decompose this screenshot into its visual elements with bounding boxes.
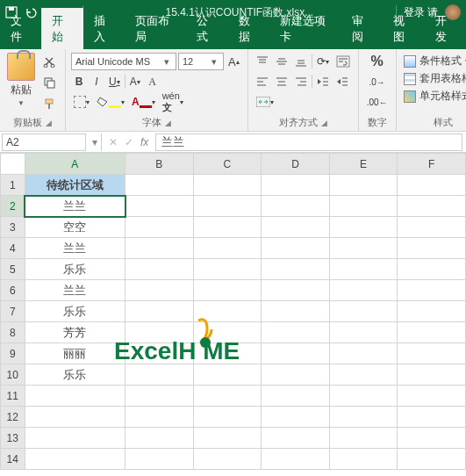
svg-rect-6 bbox=[46, 99, 53, 104]
col-header-C[interactable]: C bbox=[193, 154, 262, 175]
styles-label: 样式 bbox=[434, 116, 453, 129]
cell[interactable]: 乐乐 bbox=[25, 301, 125, 322]
window-title: 15.4.1认识COUNTIF函数.xlsx... bbox=[90, 5, 389, 20]
name-box-dropdown-icon[interactable]: ▾ bbox=[88, 133, 102, 151]
cell[interactable]: 兰兰 bbox=[25, 280, 125, 301]
phonetic-icon[interactable]: A bbox=[145, 73, 161, 90]
col-header-D[interactable]: D bbox=[262, 154, 330, 175]
cell-styles-button[interactable]: 单元格样式▾ bbox=[402, 88, 466, 105]
font-launcher-icon[interactable]: ◢ bbox=[165, 119, 171, 127]
group-styles: 条件格式▾ 套用表格格式 单元格样式▾ 样式 bbox=[397, 49, 466, 131]
row-header[interactable]: 13 bbox=[1, 428, 25, 449]
group-font: Arial Unicode MS▾ 12▾ A▴ B I U ▾ A▾ A ▾ … bbox=[66, 49, 248, 131]
tab-dev[interactable]: 开发 bbox=[425, 8, 466, 49]
align-launcher-icon[interactable]: ◢ bbox=[321, 119, 327, 127]
increase-decimal-icon[interactable]: .0→ bbox=[366, 73, 387, 90]
name-box[interactable]: A2 bbox=[2, 133, 86, 151]
align-right-icon[interactable] bbox=[292, 73, 310, 90]
font-name-combo[interactable]: Arial Unicode MS▾ bbox=[71, 53, 176, 70]
col-header-E[interactable]: E bbox=[329, 154, 398, 175]
ribbon: 粘贴 ▼ 剪贴板◢ Arial Unicode MS▾ 12▾ A▴ B I U… bbox=[0, 49, 466, 132]
cell[interactable]: 待统计区域 bbox=[25, 175, 125, 196]
cell[interactable]: 丽丽 bbox=[25, 343, 125, 364]
percent-button[interactable]: % bbox=[369, 53, 386, 70]
row-header[interactable]: 10 bbox=[1, 364, 25, 386]
cell[interactable]: 乐乐 bbox=[25, 259, 125, 280]
align-middle-icon[interactable] bbox=[273, 53, 290, 70]
row-header[interactable]: 8 bbox=[1, 322, 25, 343]
clipboard-launcher-icon[interactable]: ◢ bbox=[46, 119, 52, 127]
cell[interactable]: 乐乐 bbox=[25, 364, 125, 386]
font-color-button[interactable]: A ▾ bbox=[129, 93, 158, 111]
group-number: % .0→ .00← 数字 bbox=[359, 49, 397, 131]
svg-rect-5 bbox=[47, 81, 54, 88]
group-alignment: ⟳▾ ▾ 对齐方式◢ bbox=[248, 49, 359, 131]
formula-input[interactable]: 兰兰 bbox=[155, 133, 462, 151]
col-header-B[interactable]: B bbox=[125, 154, 194, 175]
increase-indent-icon[interactable] bbox=[333, 73, 351, 90]
enter-formula-icon[interactable]: ✓ bbox=[125, 136, 133, 148]
row-header[interactable]: 11 bbox=[1, 386, 25, 407]
chevron-down-icon: ▾ bbox=[209, 56, 219, 68]
chevron-down-icon: ▾ bbox=[161, 56, 172, 68]
align-label: 对齐方式 bbox=[279, 116, 318, 129]
number-label: 数字 bbox=[368, 116, 387, 129]
align-top-icon[interactable] bbox=[254, 53, 271, 70]
cell[interactable]: 兰兰 bbox=[25, 238, 125, 259]
cancel-formula-icon[interactable]: ✕ bbox=[109, 136, 118, 148]
underline-button[interactable]: U ▾ bbox=[106, 73, 123, 90]
orientation-icon[interactable]: ⟳▾ bbox=[314, 53, 332, 70]
worksheet-grid[interactable]: A B C D E F 1待统计区域 2兰兰 3空空 4兰兰 5乐乐 6兰兰 7… bbox=[0, 153, 466, 476]
row-header[interactable]: 9 bbox=[1, 343, 25, 364]
fill-color-button[interactable]: ▾ bbox=[94, 93, 127, 111]
bold-button[interactable]: B bbox=[71, 73, 87, 90]
row-header[interactable]: 14 bbox=[1, 449, 25, 470]
italic-button[interactable]: I bbox=[89, 73, 104, 90]
cut-icon[interactable] bbox=[40, 53, 58, 70]
format-table-button[interactable]: 套用表格格式 bbox=[402, 70, 466, 87]
tab-home[interactable]: 开始 bbox=[41, 8, 82, 49]
font-label: 字体 bbox=[142, 116, 161, 129]
row-header[interactable]: 3 bbox=[1, 217, 25, 238]
decrease-decimal-icon[interactable]: .00← bbox=[364, 93, 391, 111]
row-header[interactable]: 12 bbox=[1, 407, 25, 428]
row-header[interactable]: 4 bbox=[1, 238, 25, 259]
copy-icon[interactable] bbox=[40, 74, 58, 91]
decrease-indent-icon[interactable] bbox=[314, 73, 332, 90]
align-left-icon[interactable] bbox=[254, 73, 271, 90]
format-painter-icon[interactable] bbox=[40, 95, 58, 112]
ribbon-tabs: 文件 开始 插入 页面布局 公式 数据 新建选项卡 审阅 视图 开发 bbox=[0, 25, 466, 49]
cell[interactable]: 芳芳 bbox=[25, 322, 125, 343]
align-bottom-icon[interactable] bbox=[292, 53, 310, 70]
col-header-A[interactable]: A bbox=[25, 154, 125, 175]
svg-rect-7 bbox=[48, 104, 50, 109]
grow-font-icon[interactable]: A▴ bbox=[226, 53, 242, 70]
align-center-icon[interactable] bbox=[273, 73, 290, 90]
tab-view[interactable]: 视图 bbox=[383, 8, 424, 49]
row-header[interactable]: 7 bbox=[1, 301, 25, 322]
cell[interactable]: 空空 bbox=[25, 217, 125, 238]
row-header[interactable]: 1 bbox=[1, 175, 25, 196]
paste-dropdown-icon[interactable]: ▼ bbox=[18, 99, 25, 107]
row-header[interactable]: 6 bbox=[1, 280, 25, 301]
select-all-corner[interactable] bbox=[1, 154, 25, 175]
tab-file[interactable]: 文件 bbox=[0, 8, 41, 49]
wrap-text-icon[interactable] bbox=[333, 53, 353, 70]
fx-icon[interactable]: fx bbox=[140, 136, 148, 148]
border-button[interactable]: ▾ bbox=[71, 93, 92, 111]
formula-bar: A2 ▾ ✕ ✓ fx 兰兰 bbox=[0, 132, 466, 153]
paste-label[interactable]: 粘贴 bbox=[11, 83, 32, 97]
col-header-F[interactable]: F bbox=[398, 154, 466, 175]
row-header[interactable]: 2 bbox=[1, 196, 25, 217]
conditional-format-button[interactable]: 条件格式▾ bbox=[402, 53, 466, 69]
group-clipboard: 粘贴 ▼ 剪贴板◢ bbox=[0, 49, 66, 131]
phonetic-guide-icon[interactable]: wén文 ▾ bbox=[160, 93, 186, 111]
cell[interactable]: 兰兰 bbox=[25, 196, 125, 217]
paste-icon[interactable] bbox=[7, 53, 35, 81]
font-size-combo[interactable]: 12▾ bbox=[178, 53, 224, 70]
shrink-font-icon[interactable]: A▾ bbox=[127, 73, 143, 90]
merge-center-icon[interactable]: ▾ bbox=[254, 93, 276, 111]
row-header[interactable]: 5 bbox=[1, 259, 25, 280]
clipboard-label: 剪贴板 bbox=[13, 116, 42, 129]
